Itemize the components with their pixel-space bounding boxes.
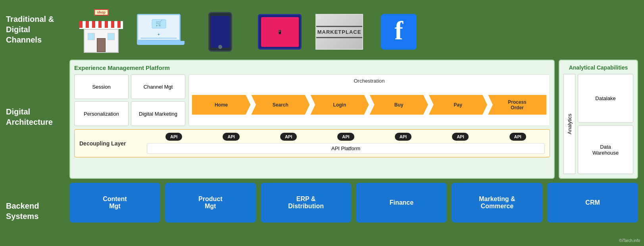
- analytical-capabilities-panel: Analytical Capabilities Analytics Datala…: [559, 60, 638, 179]
- facebook-icon: f: [381, 14, 417, 50]
- api-bubbles: API API API API API API API: [147, 133, 545, 141]
- decoupling-layer: Decoupling Layer API API API API API API…: [74, 129, 550, 157]
- backend-erp-distribution: ERP &Distribution: [261, 183, 352, 223]
- experience-management-platform: Experience Management Platform Session C…: [69, 60, 555, 179]
- session-box: Session: [74, 74, 129, 99]
- analytics-boxes: Datalake DataWarehouse: [578, 74, 633, 174]
- platform-title: Experience Management Platform: [74, 64, 550, 71]
- channel-marketplace: MARKETPLACE: [313, 8, 365, 56]
- tablet-screen: 📱: [261, 17, 299, 47]
- session-channel-grid: Session Channel Mgt Personalization Digi…: [74, 74, 185, 126]
- phone-home-button: [218, 45, 222, 49]
- backend-finance: Finance: [356, 183, 447, 223]
- facebook-f-letter: f: [394, 18, 403, 44]
- api-bubble-3: API: [280, 133, 297, 141]
- orchestration-steps: Home Search Login Buy Pay ProcessOrder: [192, 87, 546, 122]
- api-bubble-1: API: [165, 133, 182, 141]
- marketplace-bg: MARKETPLACE: [316, 15, 362, 49]
- shop-door: [97, 38, 106, 52]
- data-warehouse-box: DataWarehouse: [578, 125, 633, 174]
- backend-product-mgt: ProductMgt: [165, 183, 256, 223]
- shop-icon: shop: [79, 10, 123, 54]
- laptop-icon: 🛒 +: [137, 14, 185, 50]
- api-platform-bar: API Platform: [147, 143, 545, 154]
- orchestration-area: Orchestration Home Search Login Buy Pay …: [188, 74, 550, 126]
- personalization-box: Personalization: [74, 101, 129, 126]
- marketplace-label: MARKETPLACE: [315, 26, 363, 38]
- channel-tablet: 📱: [254, 8, 306, 56]
- channel-mgt-box: Channel Mgt: [131, 74, 185, 99]
- orch-step-pay: Pay: [429, 95, 487, 115]
- label-traditional-channels: Traditional &Digital Channels: [6, 14, 60, 45]
- decoupling-label: Decoupling Layer: [79, 140, 143, 147]
- api-section: API API API API API API API API Platform: [147, 133, 545, 154]
- platform-top: Session Channel Mgt Personalization Digi…: [74, 74, 550, 126]
- channel-mobile: [194, 8, 246, 56]
- tablet-icon: 📱: [258, 14, 302, 50]
- shop-body: [84, 29, 119, 53]
- api-bubble-6: API: [452, 133, 469, 141]
- shop-window-right: [108, 33, 115, 40]
- left-labels: Traditional &Digital Channels DigitalArc…: [0, 0, 65, 246]
- channel-shop: shop: [75, 8, 127, 56]
- orchestration-title: Orchestration: [192, 78, 546, 84]
- digital-marketing-box: Digital Marketing: [131, 101, 185, 126]
- datalake-box: Datalake: [578, 74, 633, 123]
- backend-marketing-commerce: Marketing &Commerce: [452, 183, 542, 223]
- backend-crm: CRM: [547, 183, 638, 223]
- api-bubble-7: API: [509, 133, 526, 141]
- shop-awning-stripes: [79, 21, 123, 28]
- backend-content-mgt: ContentMgt: [69, 183, 160, 223]
- backend-systems-row: ContentMgt ProductMgt ERP &Distribution …: [67, 179, 640, 227]
- orch-step-home: Home: [192, 95, 250, 115]
- orch-step-search: Search: [251, 95, 310, 115]
- analytical-inner: Analytics Datalake DataWarehouse: [563, 74, 633, 174]
- label-backend-systems: BackendSystems: [6, 201, 60, 221]
- analytical-title: Analytical Capabilities: [563, 64, 633, 71]
- channel-social-facebook: f: [373, 8, 425, 56]
- right-content: shop: [65, 0, 644, 246]
- orch-step-login: Login: [310, 95, 369, 115]
- label-digital-architecture: DigitalArchitecture: [6, 107, 60, 127]
- laptop-screen: 🛒 +: [137, 14, 181, 41]
- shop-sign-text: shop: [94, 9, 108, 15]
- api-bubble-4: API: [337, 133, 354, 141]
- orch-step-process-order: ProcessOrder: [488, 95, 546, 115]
- api-bubble-2: API: [223, 133, 239, 141]
- copyright-text: ©iTarch.info: [619, 238, 640, 243]
- api-bubble-5: API: [395, 133, 411, 141]
- shop-window-left: [88, 33, 95, 40]
- orch-step-buy: Buy: [370, 95, 428, 115]
- shop-awning: [79, 21, 123, 29]
- channel-ecommerce: 🛒 +: [135, 8, 186, 56]
- cart-display: 🛒 +: [141, 17, 177, 39]
- phone-icon: [208, 12, 232, 52]
- laptop-base: [137, 41, 185, 45]
- cart-svg: 🛒: [149, 17, 169, 31]
- analytics-vertical-label: Analytics: [563, 74, 575, 174]
- marketplace-icon: MARKETPLACE: [315, 14, 363, 50]
- channels-row: shop: [67, 4, 640, 60]
- phone-screen: [211, 16, 230, 48]
- main-container: Traditional &Digital Channels DigitalArc…: [0, 0, 644, 246]
- svg-text:🛒: 🛒: [156, 20, 163, 27]
- architecture-row: Experience Management Platform Session C…: [67, 60, 640, 179]
